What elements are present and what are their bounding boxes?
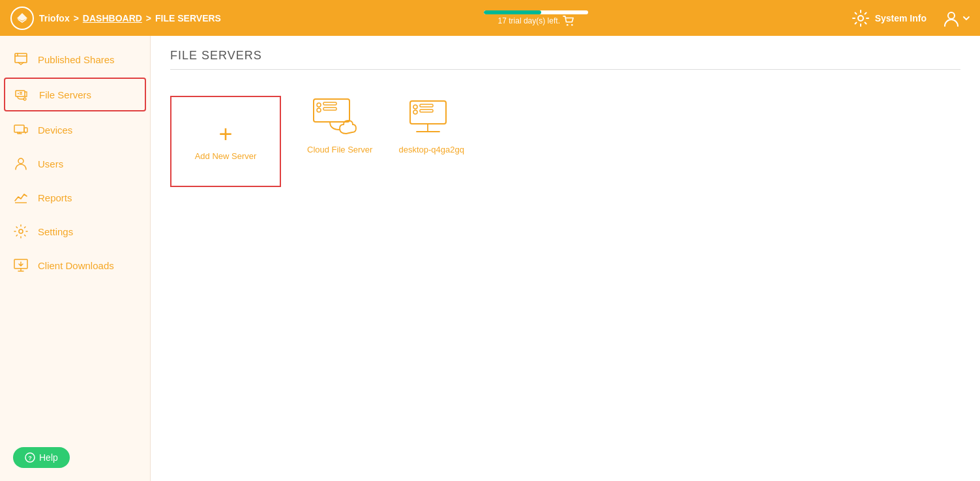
help-button[interactable]: ? Help <box>13 447 70 468</box>
users-icon <box>13 156 29 171</box>
cart-icon[interactable] <box>563 16 574 26</box>
svg-point-10 <box>23 98 26 100</box>
svg-point-23 <box>317 108 321 112</box>
trial-info: 17 trial day(s) left. <box>484 10 588 26</box>
sidebar-item-published-shares[interactable]: Published Shares <box>0 42 150 76</box>
breadcrumb-sep2: > <box>146 13 151 23</box>
svg-point-3 <box>858 16 863 21</box>
svg-point-1 <box>567 23 569 25</box>
trial-label: 17 trial day(s) left. <box>498 16 560 25</box>
sidebar-label-reports: Reports <box>38 192 72 203</box>
svg-rect-26 <box>420 104 433 107</box>
sidebar: Published Shares File Servers <box>0 36 151 481</box>
add-server-label: Add New Server <box>195 151 257 161</box>
servers-grid: + Add New Server Cloud File Server <box>170 89 960 194</box>
chevron-down-icon <box>963 16 970 20</box>
svg-point-25 <box>413 105 417 109</box>
svg-rect-21 <box>323 102 336 105</box>
published-shares-icon <box>13 51 29 67</box>
add-server-plus-icon: + <box>218 123 232 146</box>
file-servers-icon <box>14 87 30 102</box>
trial-text: 17 trial day(s) left. <box>498 16 574 26</box>
desktop-server-icon <box>407 96 456 138</box>
header: Triofox > DASHBOARD > FILE SERVERS 17 tr… <box>0 0 980 36</box>
triofox-logo-icon <box>10 7 34 30</box>
layout: Published Shares File Servers <box>0 36 980 481</box>
settings-icon <box>13 224 29 239</box>
svg-rect-8 <box>20 92 22 93</box>
cloud-file-server-name: Cloud File Server <box>307 145 372 154</box>
svg-rect-11 <box>14 125 24 132</box>
sidebar-label-users: Users <box>38 158 63 169</box>
cloud-file-server-icon <box>310 96 369 138</box>
sidebar-item-devices[interactable]: Devices <box>0 113 150 147</box>
svg-point-4 <box>948 12 955 19</box>
page-title: FILE SERVERS <box>170 49 960 63</box>
breadcrumb-sep1: > <box>74 13 79 23</box>
trial-progress-bar <box>484 10 588 14</box>
sidebar-label-file-servers: File Servers <box>39 89 91 100</box>
svg-rect-27 <box>420 109 433 112</box>
dashboard-crumb[interactable]: DASHBOARD <box>83 13 142 23</box>
sidebar-item-users[interactable]: Users <box>0 147 150 181</box>
svg-point-13 <box>18 158 23 164</box>
sidebar-item-client-downloads[interactable]: Client Downloads <box>0 248 150 282</box>
sidebar-item-reports[interactable]: Reports <box>0 181 150 214</box>
breadcrumb: Triofox > DASHBOARD > FILE SERVERS <box>39 13 221 23</box>
svg-rect-5 <box>15 53 27 63</box>
current-crumb: FILE SERVERS <box>155 13 221 23</box>
sidebar-item-settings[interactable]: Settings <box>0 214 150 248</box>
svg-point-7 <box>18 93 19 95</box>
add-new-server-card[interactable]: + Add New Server <box>170 96 281 187</box>
system-info-button[interactable]: System Info <box>852 9 927 27</box>
server-card-desktop[interactable]: desktop-q4ga2gq <box>398 96 464 154</box>
user-menu[interactable] <box>942 9 970 27</box>
svg-rect-9 <box>20 94 22 95</box>
desktop-server-name: desktop-q4ga2gq <box>398 145 464 154</box>
sidebar-label-published-shares: Published Shares <box>38 54 115 65</box>
svg-point-2 <box>571 23 573 25</box>
client-downloads-icon <box>13 257 29 273</box>
sidebar-item-file-servers[interactable]: File Servers <box>4 78 146 111</box>
help-circle-icon: ? <box>25 452 35 463</box>
svg-rect-22 <box>323 108 336 110</box>
gear-icon <box>852 9 870 27</box>
svg-point-28 <box>413 110 417 114</box>
user-icon <box>942 9 960 27</box>
reports-icon <box>13 190 29 205</box>
devices-icon <box>13 122 29 138</box>
sidebar-label-settings: Settings <box>38 226 73 237</box>
svg-point-20 <box>317 103 321 107</box>
sidebar-label-devices: Devices <box>38 124 72 136</box>
system-info-label: System Info <box>875 13 927 23</box>
sidebar-label-client-downloads: Client Downloads <box>38 260 114 271</box>
help-label: Help <box>39 452 58 463</box>
trial-progress-fill <box>484 10 541 14</box>
svg-text:?: ? <box>28 455 32 461</box>
main-content: FILE SERVERS + Add New Server <box>151 36 980 481</box>
header-left: Triofox > DASHBOARD > FILE SERVERS <box>10 7 221 30</box>
page-divider <box>170 69 960 70</box>
server-card-cloud[interactable]: Cloud File Server <box>307 96 372 154</box>
svg-point-15 <box>19 229 23 233</box>
header-right: System Info <box>852 9 970 27</box>
app-name: Triofox <box>39 13 70 23</box>
